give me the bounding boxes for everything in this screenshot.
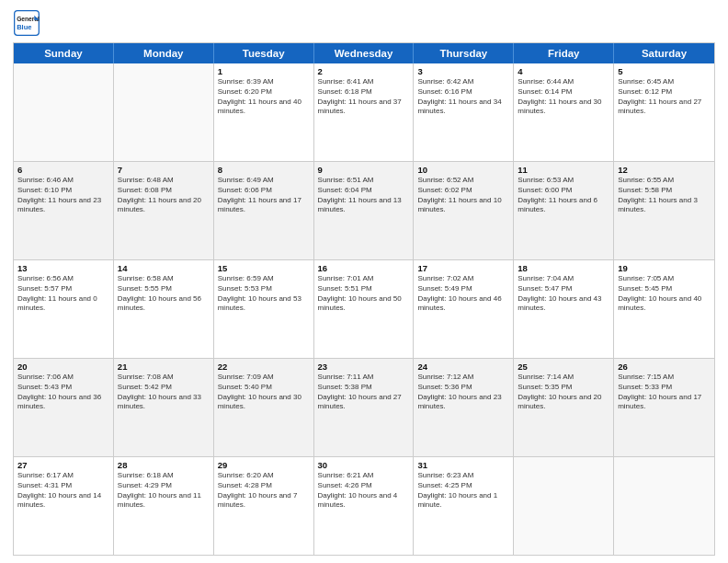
calendar-cell: 15Sunrise: 6:59 AM Sunset: 5:53 PM Dayli… xyxy=(214,260,314,358)
day-info: Sunrise: 7:06 AM Sunset: 5:43 PM Dayligh… xyxy=(17,373,109,412)
day-header-sunday: Sunday xyxy=(14,43,114,63)
day-info: Sunrise: 6:18 AM Sunset: 4:29 PM Dayligh… xyxy=(118,471,210,511)
day-info: Sunrise: 7:05 AM Sunset: 5:45 PM Dayligh… xyxy=(618,274,711,314)
day-number: 9 xyxy=(318,165,410,175)
calendar-cell: 14Sunrise: 6:58 AM Sunset: 5:55 PM Dayli… xyxy=(114,260,214,358)
day-info: Sunrise: 7:01 AM Sunset: 5:51 PM Dayligh… xyxy=(318,274,410,314)
calendar-body: 1Sunrise: 6:39 AM Sunset: 6:20 PM Daylig… xyxy=(14,63,714,555)
day-number: 1 xyxy=(218,66,310,76)
day-info: Sunrise: 6:20 AM Sunset: 4:28 PM Dayligh… xyxy=(218,471,310,511)
day-number: 20 xyxy=(17,362,109,372)
calendar-cell: 11Sunrise: 6:53 AM Sunset: 6:00 PM Dayli… xyxy=(514,162,614,259)
day-info: Sunrise: 6:52 AM Sunset: 6:02 PM Dayligh… xyxy=(417,176,509,215)
day-number: 15 xyxy=(218,263,310,273)
day-info: Sunrise: 7:02 AM Sunset: 5:49 PM Dayligh… xyxy=(417,274,509,314)
day-info: Sunrise: 6:53 AM Sunset: 6:00 PM Dayligh… xyxy=(518,176,609,215)
day-number: 24 xyxy=(417,362,509,372)
day-number: 7 xyxy=(118,165,210,175)
day-info: Sunrise: 6:46 AM Sunset: 6:10 PM Dayligh… xyxy=(17,176,109,215)
day-number: 30 xyxy=(318,460,410,470)
calendar-cell: 25Sunrise: 7:14 AM Sunset: 5:35 PM Dayli… xyxy=(514,359,614,456)
day-number: 23 xyxy=(318,362,410,372)
calendar-cell: 20Sunrise: 7:06 AM Sunset: 5:43 PM Dayli… xyxy=(14,359,114,456)
day-number: 13 xyxy=(17,263,109,273)
calendar-cell: 26Sunrise: 7:15 AM Sunset: 5:33 PM Dayli… xyxy=(614,359,714,456)
calendar-cell: 21Sunrise: 7:08 AM Sunset: 5:42 PM Dayli… xyxy=(114,359,214,456)
calendar-cell: 17Sunrise: 7:02 AM Sunset: 5:49 PM Dayli… xyxy=(414,260,514,358)
day-header-saturday: Saturday xyxy=(614,43,714,63)
calendar-cell: 13Sunrise: 6:56 AM Sunset: 5:57 PM Dayli… xyxy=(14,260,114,358)
day-number: 31 xyxy=(417,460,509,470)
day-info: Sunrise: 6:51 AM Sunset: 6:04 PM Dayligh… xyxy=(318,176,410,215)
calendar-row-2: 6Sunrise: 6:46 AM Sunset: 6:10 PM Daylig… xyxy=(14,161,714,259)
calendar-cell: 5Sunrise: 6:45 AM Sunset: 6:12 PM Daylig… xyxy=(614,63,714,161)
calendar-cell: 2Sunrise: 6:41 AM Sunset: 6:18 PM Daylig… xyxy=(314,63,415,161)
day-info: Sunrise: 7:04 AM Sunset: 5:47 PM Dayligh… xyxy=(518,274,609,314)
day-number: 12 xyxy=(618,165,711,175)
day-info: Sunrise: 7:11 AM Sunset: 5:38 PM Dayligh… xyxy=(318,373,410,412)
day-info: Sunrise: 6:48 AM Sunset: 6:08 PM Dayligh… xyxy=(118,176,210,215)
logo: General Blue xyxy=(13,9,40,37)
day-number: 6 xyxy=(17,165,109,175)
day-number: 4 xyxy=(518,66,609,76)
calendar-cell: 31Sunrise: 6:23 AM Sunset: 4:25 PM Dayli… xyxy=(414,457,514,555)
day-header-thursday: Thursday xyxy=(414,43,514,63)
day-number: 3 xyxy=(417,66,509,76)
day-number: 5 xyxy=(618,66,711,76)
calendar-cell: 1Sunrise: 6:39 AM Sunset: 6:20 PM Daylig… xyxy=(214,63,314,161)
calendar-row-4: 20Sunrise: 7:06 AM Sunset: 5:43 PM Dayli… xyxy=(14,358,714,456)
day-number: 28 xyxy=(118,460,210,470)
day-info: Sunrise: 6:55 AM Sunset: 5:58 PM Dayligh… xyxy=(618,176,711,215)
day-number: 10 xyxy=(417,165,509,175)
day-info: Sunrise: 6:42 AM Sunset: 6:16 PM Dayligh… xyxy=(417,77,509,117)
day-number: 2 xyxy=(318,66,410,76)
day-number: 29 xyxy=(218,460,310,470)
calendar-cell: 18Sunrise: 7:04 AM Sunset: 5:47 PM Dayli… xyxy=(514,260,614,358)
logo-icon: General Blue xyxy=(13,9,40,37)
day-info: Sunrise: 7:15 AM Sunset: 5:33 PM Dayligh… xyxy=(618,373,711,412)
calendar-cell xyxy=(614,457,714,555)
calendar-cell: 22Sunrise: 7:09 AM Sunset: 5:40 PM Dayli… xyxy=(214,359,314,456)
calendar-cell xyxy=(114,63,214,161)
day-info: Sunrise: 6:23 AM Sunset: 4:25 PM Dayligh… xyxy=(417,471,509,511)
calendar-cell: 12Sunrise: 6:55 AM Sunset: 5:58 PM Dayli… xyxy=(614,162,714,259)
calendar-cell: 24Sunrise: 7:12 AM Sunset: 5:36 PM Dayli… xyxy=(414,359,514,456)
day-number: 26 xyxy=(618,362,711,372)
calendar-cell: 16Sunrise: 7:01 AM Sunset: 5:51 PM Dayli… xyxy=(314,260,415,358)
day-header-wednesday: Wednesday xyxy=(314,43,415,63)
day-info: Sunrise: 7:09 AM Sunset: 5:40 PM Dayligh… xyxy=(218,373,310,412)
calendar-cell xyxy=(514,457,614,555)
day-header-friday: Friday xyxy=(514,43,614,63)
calendar-cell: 4Sunrise: 6:44 AM Sunset: 6:14 PM Daylig… xyxy=(514,63,614,161)
day-number: 11 xyxy=(518,165,609,175)
day-info: Sunrise: 7:08 AM Sunset: 5:42 PM Dayligh… xyxy=(118,373,210,412)
calendar-cell: 29Sunrise: 6:20 AM Sunset: 4:28 PM Dayli… xyxy=(214,457,314,555)
day-number: 25 xyxy=(518,362,609,372)
calendar-cell: 3Sunrise: 6:42 AM Sunset: 6:16 PM Daylig… xyxy=(414,63,514,161)
calendar-row-3: 13Sunrise: 6:56 AM Sunset: 5:57 PM Dayli… xyxy=(14,259,714,358)
day-info: Sunrise: 6:56 AM Sunset: 5:57 PM Dayligh… xyxy=(17,274,109,314)
day-header-monday: Monday xyxy=(114,43,214,63)
calendar-cell: 28Sunrise: 6:18 AM Sunset: 4:29 PM Dayli… xyxy=(114,457,214,555)
day-info: Sunrise: 6:21 AM Sunset: 4:26 PM Dayligh… xyxy=(318,471,410,511)
day-info: Sunrise: 6:58 AM Sunset: 5:55 PM Dayligh… xyxy=(118,274,210,314)
svg-text:Blue: Blue xyxy=(17,23,31,31)
day-number: 8 xyxy=(218,165,310,175)
day-header-tuesday: Tuesday xyxy=(214,43,314,63)
calendar-cell: 30Sunrise: 6:21 AM Sunset: 4:26 PM Dayli… xyxy=(314,457,415,555)
calendar-row-1: 1Sunrise: 6:39 AM Sunset: 6:20 PM Daylig… xyxy=(14,63,714,161)
calendar-cell: 10Sunrise: 6:52 AM Sunset: 6:02 PM Dayli… xyxy=(414,162,514,259)
calendar-row-5: 27Sunrise: 6:17 AM Sunset: 4:31 PM Dayli… xyxy=(14,456,714,555)
day-number: 17 xyxy=(417,263,509,273)
day-number: 27 xyxy=(17,460,109,470)
calendar-cell xyxy=(14,63,114,161)
day-info: Sunrise: 6:49 AM Sunset: 6:06 PM Dayligh… xyxy=(218,176,310,215)
day-number: 18 xyxy=(518,263,609,273)
calendar: SundayMondayTuesdayWednesdayThursdayFrid… xyxy=(13,42,715,556)
day-info: Sunrise: 6:41 AM Sunset: 6:18 PM Dayligh… xyxy=(318,77,410,117)
calendar-cell: 8Sunrise: 6:49 AM Sunset: 6:06 PM Daylig… xyxy=(214,162,314,259)
day-info: Sunrise: 6:44 AM Sunset: 6:14 PM Dayligh… xyxy=(518,77,609,117)
day-info: Sunrise: 7:14 AM Sunset: 5:35 PM Dayligh… xyxy=(518,373,609,412)
calendar-cell: 6Sunrise: 6:46 AM Sunset: 6:10 PM Daylig… xyxy=(14,162,114,259)
day-info: Sunrise: 7:12 AM Sunset: 5:36 PM Dayligh… xyxy=(417,373,509,412)
